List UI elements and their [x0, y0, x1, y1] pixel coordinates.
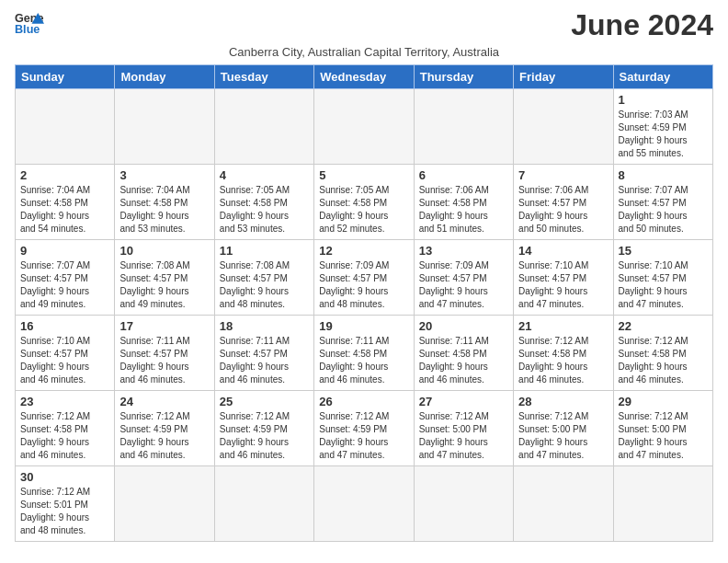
- day-sun-info: Sunrise: 7:12 AM Sunset: 5:00 PM Dayligh…: [619, 410, 708, 462]
- calendar-day-cell: 12Sunrise: 7:09 AM Sunset: 4:57 PM Dayli…: [314, 240, 414, 316]
- generalblue-logo-icon: General Blue: [15, 9, 44, 35]
- day-sun-info: Sunrise: 7:05 AM Sunset: 4:58 PM Dayligh…: [220, 184, 309, 236]
- day-number: 23: [20, 395, 109, 408]
- calendar-day-cell: 27Sunrise: 7:12 AM Sunset: 5:00 PM Dayli…: [414, 391, 513, 466]
- calendar-day-cell: [214, 466, 313, 542]
- day-number: 20: [419, 319, 508, 333]
- day-header-saturday: Saturday: [613, 65, 712, 89]
- day-header-sunday: Sunday: [16, 65, 115, 89]
- day-sun-info: Sunrise: 7:10 AM Sunset: 4:57 PM Dayligh…: [518, 259, 608, 311]
- day-number: 24: [119, 395, 209, 408]
- day-number: 11: [220, 244, 309, 258]
- day-number: 16: [20, 319, 109, 333]
- calendar-day-cell: 30Sunrise: 7:12 AM Sunset: 5:01 PM Dayli…: [16, 466, 115, 542]
- calendar-day-cell: 25Sunrise: 7:12 AM Sunset: 4:59 PM Dayli…: [214, 391, 313, 466]
- day-number: 18: [220, 319, 309, 333]
- day-number: 6: [419, 168, 508, 182]
- day-number: 25: [220, 395, 309, 408]
- calendar-day-cell: [514, 466, 613, 542]
- day-sun-info: Sunrise: 7:12 AM Sunset: 5:00 PM Dayligh…: [419, 410, 508, 462]
- calendar-day-cell: 2Sunrise: 7:04 AM Sunset: 4:58 PM Daylig…: [16, 165, 115, 240]
- day-number: 4: [220, 168, 309, 182]
- day-sun-info: Sunrise: 7:12 AM Sunset: 4:59 PM Dayligh…: [119, 410, 209, 462]
- calendar-day-cell: 11Sunrise: 7:08 AM Sunset: 4:57 PM Dayli…: [214, 240, 313, 316]
- calendar-week-row: 30Sunrise: 7:12 AM Sunset: 5:01 PM Dayli…: [16, 466, 713, 542]
- calendar-day-cell: [16, 89, 115, 165]
- day-sun-info: Sunrise: 7:06 AM Sunset: 4:58 PM Dayligh…: [419, 184, 508, 236]
- calendar-day-cell: [115, 466, 214, 542]
- calendar-day-cell: 7Sunrise: 7:06 AM Sunset: 4:57 PM Daylig…: [514, 165, 613, 240]
- day-number: 9: [20, 244, 109, 258]
- day-number: 15: [619, 244, 708, 258]
- calendar-day-cell: 21Sunrise: 7:12 AM Sunset: 4:58 PM Dayli…: [514, 316, 613, 391]
- calendar-week-row: 16Sunrise: 7:10 AM Sunset: 4:57 PM Dayli…: [16, 316, 713, 391]
- day-number: 10: [119, 244, 209, 258]
- calendar-week-row: 2Sunrise: 7:04 AM Sunset: 4:58 PM Daylig…: [16, 165, 713, 240]
- day-number: 3: [119, 168, 209, 182]
- calendar-day-cell: 10Sunrise: 7:08 AM Sunset: 4:57 PM Dayli…: [115, 240, 214, 316]
- day-number: 5: [319, 168, 408, 182]
- day-sun-info: Sunrise: 7:11 AM Sunset: 4:57 PM Dayligh…: [220, 335, 309, 386]
- day-sun-info: Sunrise: 7:12 AM Sunset: 4:59 PM Dayligh…: [319, 410, 408, 462]
- calendar-day-cell: 19Sunrise: 7:11 AM Sunset: 4:58 PM Dayli…: [314, 316, 414, 391]
- day-sun-info: Sunrise: 7:12 AM Sunset: 5:01 PM Dayligh…: [20, 486, 109, 537]
- day-sun-info: Sunrise: 7:09 AM Sunset: 4:57 PM Dayligh…: [319, 259, 408, 311]
- calendar-day-cell: 13Sunrise: 7:09 AM Sunset: 4:57 PM Dayli…: [414, 240, 513, 316]
- calendar-day-cell: 4Sunrise: 7:05 AM Sunset: 4:58 PM Daylig…: [214, 165, 313, 240]
- calendar-day-cell: 9Sunrise: 7:07 AM Sunset: 4:57 PM Daylig…: [16, 240, 115, 316]
- calendar-day-cell: 24Sunrise: 7:12 AM Sunset: 4:59 PM Dayli…: [115, 391, 214, 466]
- calendar-day-cell: 14Sunrise: 7:10 AM Sunset: 4:57 PM Dayli…: [514, 240, 613, 316]
- calendar-day-cell: 29Sunrise: 7:12 AM Sunset: 5:00 PM Dayli…: [613, 391, 712, 466]
- svg-text:Blue: Blue: [15, 23, 40, 35]
- calendar-day-cell: 28Sunrise: 7:12 AM Sunset: 5:00 PM Dayli…: [514, 391, 613, 466]
- day-number: 29: [619, 395, 708, 408]
- day-number: 12: [319, 244, 408, 258]
- day-header-tuesday: Tuesday: [214, 65, 313, 89]
- calendar-day-cell: 16Sunrise: 7:10 AM Sunset: 4:57 PM Dayli…: [16, 316, 115, 391]
- day-number: 19: [319, 319, 408, 333]
- calendar-day-cell: 26Sunrise: 7:12 AM Sunset: 4:59 PM Dayli…: [314, 391, 414, 466]
- day-number: 13: [419, 244, 508, 258]
- day-sun-info: Sunrise: 7:11 AM Sunset: 4:58 PM Dayligh…: [419, 335, 508, 386]
- day-number: 22: [619, 319, 708, 333]
- day-number: 7: [518, 168, 608, 182]
- day-number: 27: [419, 395, 508, 408]
- day-sun-info: Sunrise: 7:04 AM Sunset: 4:58 PM Dayligh…: [20, 184, 109, 236]
- day-sun-info: Sunrise: 7:08 AM Sunset: 4:57 PM Dayligh…: [119, 259, 209, 311]
- calendar-day-cell: 6Sunrise: 7:06 AM Sunset: 4:58 PM Daylig…: [414, 165, 513, 240]
- logo-area: General Blue: [15, 9, 46, 35]
- day-header-monday: Monday: [115, 65, 214, 89]
- day-sun-info: Sunrise: 7:07 AM Sunset: 4:57 PM Dayligh…: [20, 259, 109, 311]
- day-number: 26: [319, 395, 408, 408]
- calendar-day-cell: 1Sunrise: 7:03 AM Sunset: 4:59 PM Daylig…: [613, 89, 712, 165]
- day-sun-info: Sunrise: 7:03 AM Sunset: 4:59 PM Dayligh…: [619, 109, 708, 160]
- calendar-day-cell: [214, 89, 313, 165]
- calendar-day-cell: 20Sunrise: 7:11 AM Sunset: 4:58 PM Dayli…: [414, 316, 513, 391]
- calendar-day-cell: 18Sunrise: 7:11 AM Sunset: 4:57 PM Dayli…: [214, 316, 313, 391]
- day-number: 14: [518, 244, 608, 258]
- day-sun-info: Sunrise: 7:08 AM Sunset: 4:57 PM Dayligh…: [220, 259, 309, 311]
- day-header-friday: Friday: [514, 65, 613, 89]
- day-sun-info: Sunrise: 7:05 AM Sunset: 4:58 PM Dayligh…: [319, 184, 408, 236]
- calendar-table: SundayMondayTuesdayWednesdayThursdayFrid…: [15, 64, 713, 542]
- calendar-day-cell: [514, 89, 613, 165]
- day-number: 1: [619, 93, 708, 107]
- calendar-day-cell: 5Sunrise: 7:05 AM Sunset: 4:58 PM Daylig…: [314, 165, 414, 240]
- calendar-day-cell: 3Sunrise: 7:04 AM Sunset: 4:58 PM Daylig…: [115, 165, 214, 240]
- calendar-day-cell: [314, 466, 414, 542]
- calendar-week-row: 9Sunrise: 7:07 AM Sunset: 4:57 PM Daylig…: [16, 240, 713, 316]
- day-sun-info: Sunrise: 7:10 AM Sunset: 4:57 PM Dayligh…: [20, 335, 109, 386]
- calendar-day-cell: [613, 466, 712, 542]
- calendar-day-cell: 8Sunrise: 7:07 AM Sunset: 4:57 PM Daylig…: [613, 165, 712, 240]
- day-sun-info: Sunrise: 7:06 AM Sunset: 4:57 PM Dayligh…: [518, 184, 608, 236]
- calendar-day-cell: 23Sunrise: 7:12 AM Sunset: 4:58 PM Dayli…: [16, 391, 115, 466]
- day-header-thursday: Thursday: [414, 65, 513, 89]
- day-sun-info: Sunrise: 7:12 AM Sunset: 4:58 PM Dayligh…: [619, 335, 708, 386]
- day-sun-info: Sunrise: 7:07 AM Sunset: 4:57 PM Dayligh…: [619, 184, 708, 236]
- day-sun-info: Sunrise: 7:10 AM Sunset: 4:57 PM Dayligh…: [619, 259, 708, 311]
- day-number: 2: [20, 168, 109, 182]
- day-sun-info: Sunrise: 7:12 AM Sunset: 5:00 PM Dayligh…: [518, 410, 608, 462]
- day-number: 21: [518, 319, 608, 333]
- day-number: 8: [619, 168, 708, 182]
- calendar-day-cell: [414, 466, 513, 542]
